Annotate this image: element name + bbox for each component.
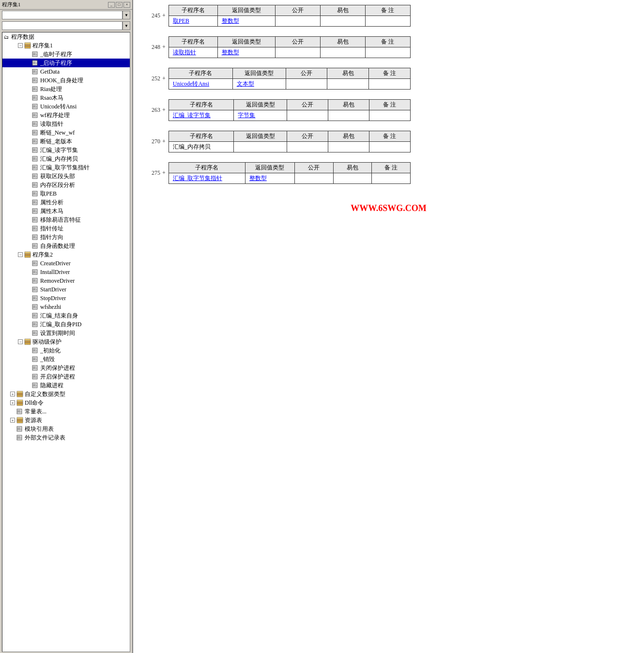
sub-return-type-link[interactable]: 字节集 [238, 112, 255, 119]
tree-item-汇编_取自身PID[interactable]: 回↓汇编_取自身PID [2, 320, 130, 329]
tree-item-自定义数据类型[interactable]: +自定义数据类型 [2, 390, 130, 398]
tree-item-RemoveDriver[interactable]: 回↓RemoveDriver [2, 276, 130, 285]
tree-item-指针方向[interactable]: 回↓指针方向 [2, 233, 130, 242]
expand-icon[interactable]: + [10, 418, 15, 423]
tree-item-关闭保护进程[interactable]: 回↓关闭保护进程 [2, 364, 130, 372]
sub-name-link[interactable]: 读取指针 [173, 49, 196, 56]
sub-return-type-link[interactable]: 整数型 [222, 49, 239, 56]
sub-return-type-link[interactable]: 整数型 [222, 17, 239, 24]
tree-item-CreateDriver[interactable]: 回↓CreateDriver [2, 259, 130, 268]
sub-plus-icon[interactable]: + [162, 138, 166, 145]
tree-item-_销毁[interactable]: 回↓_销毁 [2, 355, 130, 364]
minimize-button[interactable]: _ [108, 2, 115, 8]
sub-name-cell[interactable]: 读取指针 [169, 47, 217, 58]
tree-item-移除易语言特征[interactable]: 回↓移除易语言特征 [2, 215, 130, 224]
expand-icon[interactable]: − [18, 252, 23, 257]
expand-icon[interactable]: + [10, 400, 15, 405]
tree-item-程序集1[interactable]: −程序集1 [2, 41, 130, 50]
filter-input[interactable] [2, 21, 123, 30]
tree-item-属性木马[interactable]: 回↓属性木马 [2, 207, 130, 215]
tree-item-wfshezhi[interactable]: 回↓wfshezhi [2, 303, 130, 311]
search-dropdown-button[interactable]: ▼ [123, 11, 130, 19]
tree-item-获取区段头部[interactable]: 回↓获取区段头部 [2, 172, 130, 181]
tree-item-属性分析[interactable]: 回↓属性分析 [2, 198, 130, 207]
sub-plus-icon[interactable]: + [162, 12, 166, 19]
sub-easy_wrap-cell [328, 110, 369, 121]
table-header-cell: 备 注 [365, 5, 410, 16]
tree-item-Rsao木马[interactable]: 回↓Rsao木马 [2, 93, 130, 102]
tree-item-程序集2[interactable]: −程序集2 [2, 250, 130, 259]
tree-item-模块引用表[interactable]: 回↓模块引用表 [2, 425, 130, 433]
tree-item-_启动子程序[interactable]: 回↓_启动子程序 [2, 59, 130, 67]
sub-name-cell[interactable]: 汇编_内存拷贝 [169, 142, 234, 152]
tree-item-断链_老版本[interactable]: 回↓断链_老版本 [2, 137, 130, 146]
tree-item-设置到期时间[interactable]: 回↓设置到期时间 [2, 329, 130, 337]
sub-name-link[interactable]: 汇编_读字节集 [173, 112, 211, 119]
tree-item-读取指针[interactable]: 回↓读取指针 [2, 120, 130, 128]
tree-item-指针传址[interactable]: 回↓指针传址 [2, 224, 130, 233]
tree-node-label: 汇编_取字节集指针 [39, 164, 90, 172]
tree-item-内存区段分析[interactable]: 回↓内存区段分析 [2, 181, 130, 189]
svg-text:回↓: 回↓ [33, 349, 37, 352]
tree-item-Dll命令[interactable]: +Dll命令 [2, 398, 130, 407]
tree-item-Rias处理[interactable]: 回↓Rias处理 [2, 85, 130, 93]
filter-dropdown-button[interactable]: ▼ [123, 21, 130, 30]
sub-return-type-cell[interactable]: 整数型 [217, 16, 275, 27]
tree-item-外部文件记录表[interactable]: 回↓外部文件记录表 [2, 433, 130, 442]
tree-item-GetData[interactable]: 回↓GetData [2, 67, 130, 76]
sub-name-cell[interactable]: 取PEB [169, 16, 217, 27]
tree-item-开启保护进程[interactable]: 回↓开启保护进程 [2, 372, 130, 381]
tree-item-资源表[interactable]: +资源表 [2, 416, 130, 425]
tree-item-InstallDriver[interactable]: 回↓InstallDriver [2, 268, 130, 276]
tree-item-Unicode转Ansi[interactable]: 回↓Unicode转Ansi [2, 102, 130, 111]
tree-item-_临时子程序[interactable]: 回↓_临时子程序 [2, 50, 130, 59]
tree-item-驱动级保护[interactable]: −驱动级保护 [2, 337, 130, 346]
tree-item-隐藏进程[interactable]: 回↓隐藏进程 [2, 381, 130, 390]
sub-plus-icon[interactable]: + [162, 44, 166, 51]
sub-name-link[interactable]: 汇编_取字节集指针 [173, 175, 222, 182]
tree-item-汇编_读字节集[interactable]: 回↓汇编_读字节集 [2, 146, 130, 154]
sub-return-type-cell[interactable]: 整数型 [245, 173, 294, 184]
tree-node-icon [16, 399, 24, 407]
expand-icon[interactable]: − [18, 43, 23, 48]
close-button[interactable]: × [123, 2, 130, 8]
sub-return-type-cell[interactable]: 字节集 [234, 110, 287, 121]
sub-line-number: 263 [143, 106, 162, 114]
sub-name-link[interactable]: 取PEB [173, 17, 189, 24]
tree-node-icon: 回↓ [31, 164, 39, 171]
sub-table-header-row: 245+子程序名返回值类型公开易包备 注取PEB整数型 [143, 5, 634, 27]
sub-plus-icon[interactable]: + [162, 169, 166, 177]
tree-item-取PEB[interactable]: 回↓取PEB [2, 189, 130, 198]
tree-item-StopDriver[interactable]: 回↓StopDriver [2, 294, 130, 303]
sub-name-link[interactable]: Unicode转Ansi [173, 80, 209, 87]
tree-item-StartDriver[interactable]: 回↓StartDriver [2, 285, 130, 294]
maximize-button[interactable]: □ [116, 2, 123, 8]
tree-item-_初始化[interactable]: 回↓_初始化 [2, 346, 130, 355]
tree-item-HOOK_自身处理[interactable]: 回↓HOOK_自身处理 [2, 76, 130, 85]
tree-item-自身函数处理[interactable]: 回↓自身函数处理 [2, 242, 130, 250]
sub-return-type-cell[interactable]: 文本型 [232, 79, 286, 90]
sub-name-cell[interactable]: Unicode转Ansi [169, 79, 232, 90]
sub-return-type-link[interactable]: 整数型 [249, 175, 267, 182]
tree-item-断链_New_wf[interactable]: 回↓断链_New_wf [2, 128, 130, 137]
tree-node-icon: 回↓ [31, 103, 39, 110]
tree-node-icon: 回↓ [31, 85, 39, 93]
expand-icon[interactable]: − [18, 339, 23, 344]
sub-return-type-link[interactable]: 文本型 [237, 80, 254, 87]
expand-icon[interactable]: + [10, 392, 15, 396]
tree-item-汇编_内存拷贝[interactable]: 回↓汇编_内存拷贝 [2, 154, 130, 163]
sub-name-cell[interactable]: 汇编_取字节集指针 [169, 173, 245, 184]
sub-plus-icon[interactable]: + [162, 106, 166, 114]
tree-container[interactable]: 🗂程序数据−程序集1回↓_临时子程序回↓_启动子程序回↓GetData回↓HOO… [2, 32, 130, 652]
tree-item-汇编_结束自身[interactable]: 回↓汇编_结束自身 [2, 311, 130, 320]
tree-item-wf程序处理[interactable]: 回↓wf程序处理 [2, 111, 130, 120]
sub-plus-icon[interactable]: + [162, 75, 166, 82]
tree-root[interactable]: 🗂程序数据 [2, 32, 130, 41]
tree-item-汇编_取字节集指针[interactable]: 回↓汇编_取字节集指针 [2, 163, 130, 172]
search-input[interactable] [2, 11, 123, 19]
sub-return-type-cell[interactable] [234, 142, 287, 152]
sub-name-cell[interactable]: 汇编_读字节集 [169, 110, 234, 121]
sub-return-type-cell[interactable]: 整数型 [217, 47, 275, 58]
svg-text:回↓: 回↓ [33, 227, 37, 230]
tree-item-常量表[interactable]: 回↓常量表... [2, 407, 130, 416]
